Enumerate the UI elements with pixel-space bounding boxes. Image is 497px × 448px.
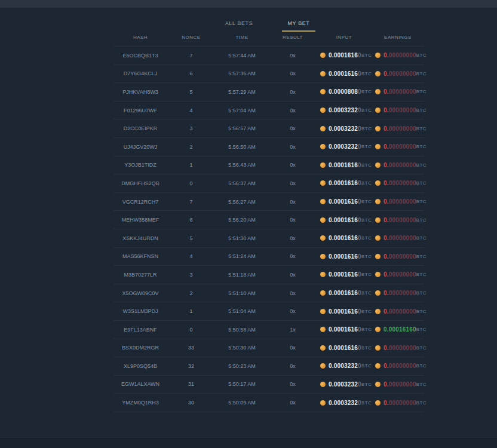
table-row[interactable]: YMZM0Q1RH3 30 5:50:09 AM 0x 0.00032320 B… — [113, 394, 424, 412]
table-row[interactable]: VGCR12RCH7 7 5:56:27 AM 0x 0.00016160 BT… — [113, 193, 424, 211]
hash-cell[interactable]: E6OCBQB1T3 — [113, 53, 167, 59]
tab-my-bet[interactable]: MY BET — [269, 18, 329, 35]
hash-cell[interactable]: W3S1LM3PDJ — [113, 308, 167, 314]
input-cell: 0.00032320 BTC — [317, 107, 372, 113]
result-cell: 0x — [269, 70, 317, 76]
nonce-cell: 0 — [167, 327, 215, 333]
top-bar — [0, 0, 497, 8]
table-row[interactable]: F01296U7WF 4 5:57:04 AM 0x 0.00032320 BT… — [113, 102, 424, 120]
btc-coin-icon — [320, 363, 326, 369]
time-cell: 5:50:30 AM — [215, 345, 269, 351]
currency-label: BTC — [416, 382, 427, 387]
btc-coin-icon — [375, 144, 381, 149]
tab-all-bets-label: ALL BETS — [225, 20, 253, 30]
hash-cell[interactable]: X5OGW09C0V — [113, 290, 167, 296]
table-row[interactable]: W3S1LM3PDJ 1 5:51:04 AM 0x 0.00016160 BT… — [113, 302, 424, 321]
currency-label: BTC — [416, 199, 427, 204]
earnings-cell: 0.00000000 BTC — [372, 143, 424, 150]
table-row[interactable]: D7Y6G4KCLJ 6 5:57:36 AM 0x 0.00016160 BT… — [113, 65, 424, 84]
btc-coin-icon — [375, 180, 381, 186]
earnings-amount: 0.00000000 — [384, 271, 416, 278]
result-cell: 0x — [269, 180, 317, 186]
currency-label: BTC — [361, 272, 372, 277]
table-row[interactable]: XL9P0SQ54B 32 5:50:23 AM 0x 0.00032320 B… — [113, 357, 424, 376]
time-cell: 5:56:27 AM — [215, 199, 269, 205]
btc-coin-icon — [375, 235, 381, 241]
tab-all-bets[interactable]: ALL BETS — [209, 18, 269, 35]
hash-cell[interactable]: D2CC0EIPKR — [113, 125, 167, 131]
hash-cell[interactable]: M3B70277LR — [113, 272, 167, 278]
table-row[interactable]: M3B70277LR 3 5:51:18 AM 0x 0.00016160 BT… — [113, 266, 424, 284]
table-row[interactable]: X5OGW09C0V 2 5:51:10 AM 0x 0.00016160 BT… — [113, 284, 424, 303]
currency-label: BTC — [361, 363, 372, 369]
table-row[interactable]: D2CC0EIPKR 3 5:56:57 AM 0x 0.00032320 BT… — [113, 119, 424, 138]
earnings-amount: 0.00000000 — [384, 217, 416, 223]
currency-label: BTC — [361, 217, 372, 223]
time-cell: 5:56:57 AM — [215, 125, 269, 131]
earnings-cell: 0.00000000 BTC — [372, 217, 424, 223]
currency-label: BTC — [416, 89, 427, 94]
nonce-cell: 30 — [167, 400, 215, 406]
table-row[interactable]: DMGHFHS2QB 0 5:56:37 AM 0x 0.00016160 BT… — [113, 174, 424, 193]
hash-cell[interactable]: DMGHFHS2QB — [113, 180, 167, 186]
hash-cell[interactable]: PJHKVAH8W3 — [113, 89, 167, 95]
earnings-amount: 0.00000000 — [384, 363, 416, 369]
column-header-result: RESULT — [269, 35, 317, 40]
nonce-cell: 6 — [167, 217, 215, 223]
hash-cell[interactable]: E9FL13ABNF — [113, 327, 167, 333]
currency-label: BTC — [416, 272, 427, 277]
earnings-amount: 0.00000000 — [384, 345, 416, 351]
table-row[interactable]: MAS56KFNSN 4 5:51:24 AM 0x 0.00016160 BT… — [113, 248, 424, 266]
table-row[interactable]: BSX0DM2RGR 33 5:50:30 AM 0x 0.00016160 B… — [113, 339, 424, 358]
input-cell: 0.00032320 BTC — [317, 125, 372, 132]
hash-cell[interactable]: BSX0DM2RGR — [113, 345, 167, 351]
table-row[interactable]: MEHW358MEF 6 5:56:20 AM 0x 0.00016160 BT… — [113, 211, 424, 229]
table-row[interactable]: EGW1ALXAWN 31 5:50:17 AM 0x 0.00032320 B… — [113, 376, 424, 394]
result-cell: 0x — [269, 144, 317, 150]
earnings-amount: 0.00000000 — [384, 400, 416, 406]
input-cell: 0.00016160 BTC — [317, 271, 372, 278]
hash-cell[interactable]: UJ4JGV20WJ — [113, 144, 167, 150]
earnings-amount: 0.00000000 — [384, 143, 416, 150]
currency-label: BTC — [361, 254, 372, 259]
hash-cell[interactable]: F01296U7WF — [113, 108, 167, 113]
table-row[interactable]: E6OCBQB1T3 7 5:57:44 AM 0x 0.00016160 BT… — [113, 47, 424, 65]
time-cell: 5:57:36 AM — [215, 70, 269, 76]
input-cell: 0.00016160 BTC — [317, 345, 372, 351]
result-cell: 0x — [269, 272, 317, 278]
hash-cell[interactable]: EGW1ALXAWN — [113, 381, 167, 387]
time-cell: 5:51:30 AM — [215, 235, 269, 241]
hash-cell[interactable]: MEHW358MEF — [113, 217, 167, 223]
table-row[interactable]: E9FL13ABNF 0 5:50:58 AM 1x 0.00016160 BT… — [113, 321, 424, 339]
earnings-cell: 0.00000000 BTC — [372, 198, 424, 205]
hash-cell[interactable]: D7Y6G4KCLJ — [113, 70, 167, 76]
earnings-cell: 0.00000000 BTC — [372, 363, 424, 369]
btc-coin-icon — [375, 217, 381, 223]
earnings-amount: 0.00000000 — [384, 70, 416, 77]
hash-cell[interactable]: Y3OJB1TIDZ — [113, 162, 167, 168]
hash-cell[interactable]: VGCR12RCH7 — [113, 199, 167, 205]
time-cell: 5:50:17 AM — [215, 381, 269, 387]
earnings-cell: 0.00000000 BTC — [372, 253, 424, 260]
input-amount: 0.00032320 — [329, 125, 361, 132]
result-cell: 0x — [269, 363, 317, 369]
table-row[interactable]: UJ4JGV20WJ 2 5:56:50 AM 0x 0.00032320 BT… — [113, 138, 424, 157]
hash-cell[interactable]: MAS56KFNSN — [113, 253, 167, 259]
input-cell: 0.00016160 BTC — [317, 326, 372, 333]
bottom-bar — [0, 438, 497, 448]
input-cell: 0.00016160 BTC — [317, 180, 372, 186]
table-row[interactable]: Y3OJB1TIDZ 1 5:56:43 AM 0x 0.00016160 BT… — [113, 157, 424, 175]
hash-cell[interactable]: XSKKJ4URDN — [113, 235, 167, 241]
table-row[interactable]: PJHKVAH8W3 5 5:57:29 AM 0x 0.00008080 BT… — [113, 83, 424, 102]
hash-cell[interactable]: XL9P0SQ54B — [113, 363, 167, 369]
input-cell: 0.00032320 BTC — [317, 381, 372, 388]
btc-coin-icon — [320, 89, 326, 94]
btc-coin-icon — [375, 327, 381, 332]
hash-cell[interactable]: YMZM0Q1RH3 — [113, 400, 167, 406]
currency-label: BTC — [361, 144, 372, 149]
btc-coin-icon — [320, 272, 326, 277]
btc-coin-icon — [320, 254, 326, 259]
result-cell: 0x — [269, 162, 317, 168]
earnings-amount: 0.00000000 — [384, 180, 416, 186]
table-row[interactable]: XSKKJ4URDN 5 5:51:30 AM 0x 0.00016160 BT… — [113, 229, 424, 248]
